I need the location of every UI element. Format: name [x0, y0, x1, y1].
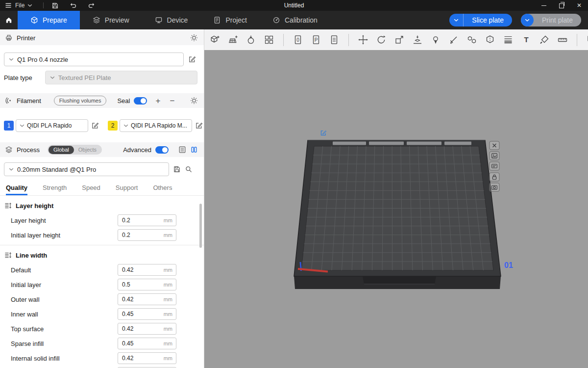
measure-tool[interactable] [557, 34, 568, 46]
initial-layer-line-width-input[interactable]: 0.5 mm [118, 279, 176, 290]
printer-settings-button[interactable] [190, 34, 198, 42]
plate-settings-button[interactable] [490, 183, 499, 191]
scope-global-button[interactable]: Global [49, 146, 74, 154]
search-settings-button[interactable] [185, 165, 193, 173]
plate-type-select[interactable]: Textured PEI Plate [45, 71, 197, 84]
add-filament-button[interactable]: + [155, 97, 160, 105]
auto-orient-tool[interactable] [245, 34, 257, 46]
tab-speed[interactable]: Speed [82, 184, 100, 195]
home-button[interactable] [0, 11, 18, 29]
tab-prepare[interactable]: Prepare [18, 11, 80, 29]
slice-plate-button[interactable]: Slice plate [449, 14, 512, 26]
file-menu-label: File [15, 2, 24, 9]
list-icon [178, 146, 186, 154]
lay-flat-tool[interactable] [412, 34, 423, 46]
close-button[interactable]: ✕ [570, 0, 588, 11]
sparse-infill-line-width-input[interactable]: 0.45 mm [118, 338, 176, 349]
restore-button[interactable] [553, 0, 570, 11]
plate-edit-icon[interactable] [321, 131, 326, 135]
filament-2-badge[interactable]: 2 [108, 121, 118, 131]
seam-icon [430, 34, 441, 45]
build-plate[interactable]: 01 [204, 50, 588, 368]
tab-calibration[interactable]: Calibration [260, 11, 330, 29]
process-preset-select[interactable]: 0.20mm Standard @Q1 Pro [4, 162, 169, 176]
toolbar-divider [283, 34, 284, 46]
outer-wall-line-width-input[interactable]: 0.42 mm [118, 293, 176, 305]
edit-filament-2-button[interactable] [195, 122, 203, 130]
process-compare-button[interactable] [190, 146, 198, 154]
slice-options-button[interactable] [449, 14, 464, 26]
move-tool[interactable] [357, 34, 369, 46]
add-object-icon [209, 34, 220, 45]
undo-button[interactable] [70, 2, 77, 9]
plate-logo-button[interactable] [490, 152, 499, 160]
print-options-button[interactable] [521, 14, 534, 26]
plate-preset-icon [311, 34, 321, 45]
delete-plate-button[interactable] [490, 141, 499, 150]
plate-preset-tool[interactable] [310, 34, 322, 46]
setting-row: Default 0.42 mm [0, 264, 204, 276]
inner-wall-line-width-input[interactable]: 0.45 mm [118, 308, 176, 320]
add-object-tool[interactable] [209, 34, 220, 46]
tab-strength[interactable]: Strength [43, 184, 67, 195]
process-tabbar: Quality Strength Speed Support Others [0, 181, 204, 195]
add-plate-tool[interactable] [227, 34, 239, 46]
default-line-width-input[interactable]: 0.42 mm [118, 264, 176, 276]
chevron-down-icon [123, 124, 128, 127]
printer-preset-select[interactable]: Q1 Pro 0.4 nozzle [4, 53, 184, 66]
filament-1-select[interactable]: QIDI PLA Rapido [16, 119, 88, 132]
file-menu-button[interactable]: File [5, 2, 32, 9]
main-tabbar: Prepare Preview Device Project Calibrati… [0, 11, 588, 29]
tab-quality[interactable]: Quality [6, 184, 27, 195]
add-text-tool[interactable] [520, 34, 532, 46]
flushing-volumes-button[interactable]: Flushing volumes [54, 96, 107, 105]
scope-objects-button[interactable]: Objects [74, 147, 101, 153]
minimize-button[interactable] [535, 0, 553, 11]
top-surface-line-width-input[interactable]: 0.42 mm [118, 323, 176, 335]
redo-button[interactable] [88, 2, 95, 9]
split-objects-tool[interactable] [466, 34, 478, 46]
seal-toggle[interactable] [134, 97, 147, 105]
save-button[interactable] [51, 2, 59, 9]
tab-project[interactable]: Project [200, 11, 260, 29]
tab-others[interactable]: Others [153, 184, 172, 195]
build-canvas[interactable]: 01 [204, 50, 588, 368]
process-list-button[interactable] [178, 146, 186, 154]
cut-icon [448, 34, 459, 45]
internal-solid-infill-line-width-input[interactable]: 0.42 mm [118, 352, 176, 364]
assembly-icon [586, 34, 588, 45]
scale-tool[interactable] [393, 34, 405, 46]
edit-printer-button[interactable] [188, 55, 196, 63]
save-preset-button[interactable] [173, 165, 181, 173]
remove-filament-button[interactable]: − [170, 97, 174, 105]
restore-icon [559, 3, 564, 8]
lock-plate-button[interactable] [490, 173, 499, 181]
sidebar-scrollbar[interactable] [199, 204, 202, 248]
filament-settings-button[interactable] [190, 97, 198, 105]
split-parts-tool[interactable] [484, 34, 496, 46]
cut-tool[interactable] [448, 34, 460, 46]
process-section-title: Process [17, 146, 40, 154]
tab-preview[interactable]: Preview [80, 11, 142, 29]
assembly-view-tool[interactable] [586, 34, 588, 46]
tab-device[interactable]: Device [142, 11, 201, 29]
plate-front-tool[interactable] [292, 34, 304, 46]
filament-2-select[interactable]: QIDI PLA Rapido M... [120, 119, 192, 132]
seam-tool[interactable] [430, 34, 441, 46]
paint-tool[interactable] [539, 34, 550, 46]
rotate-tool[interactable] [375, 34, 387, 46]
initial-layer-height-input[interactable]: 0.2 mm [118, 229, 176, 241]
arrange-tool[interactable] [263, 34, 275, 46]
variable-layer-height-tool[interactable] [502, 34, 514, 46]
columns-icon [190, 146, 198, 154]
filament-1-badge[interactable]: 1 [4, 121, 14, 131]
edit-filament-1-button[interactable] [91, 122, 99, 130]
advanced-toggle[interactable] [155, 146, 169, 154]
print-plate-button[interactable]: Print plate [521, 14, 581, 26]
layer-height-input[interactable]: 0.2 mm [118, 214, 176, 226]
tab-support[interactable]: Support [116, 184, 138, 195]
viewport-3d[interactable]: 01 [204, 29, 588, 368]
plate-list-tool[interactable] [328, 34, 340, 46]
plate-number-label: 01 [504, 261, 513, 269]
plate-name-button[interactable] [490, 162, 499, 170]
